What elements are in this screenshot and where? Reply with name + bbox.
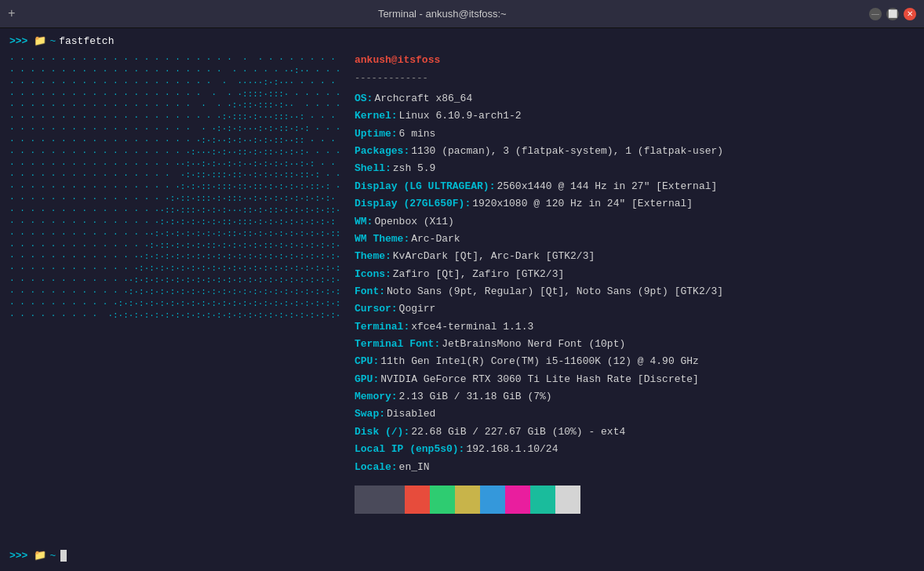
info-row: Memory: 2.13 GiB / 31.18 GiB (7%): [355, 388, 915, 406]
info-row: Local IP (enp5s0): 192.168.1.10/24: [355, 441, 915, 458]
info-label: Local IP (enp5s0):: [355, 441, 464, 458]
info-value: Zafiro [Qt], Zafiro [GTK2/3]: [393, 266, 564, 283]
ascii-art: · · · · · · · · · · · · · · · · · · · · …: [9, 52, 339, 544]
color-swatch-2: [405, 486, 430, 514]
info-value: Arc-Dark: [411, 231, 460, 248]
color-swatch-8: [555, 486, 580, 514]
prompt-arrow: >>>: [9, 35, 27, 47]
info-row: Terminal: xfce4-terminal 1.1.3: [355, 318, 915, 336]
prompt-tilde: ~: [49, 35, 56, 47]
at-symbol: @: [391, 54, 398, 66]
username-line: ankush@itsfoss: [355, 52, 915, 69]
info-value: 11th Gen Intel(R) Core(TM) i5-11600K (12…: [380, 353, 699, 370]
info-value: KvArcDark [Qt], Arc-Dark [GTK2/3]: [393, 248, 595, 265]
color-swatch-0: [355, 486, 380, 514]
info-label: Display (LG ULTRAGEAR):: [355, 178, 495, 195]
window-title: Terminal - ankush@itsfoss:~: [16, 8, 869, 20]
main-content: · · · · · · · · · · · · · · · · · · · · …: [0, 52, 924, 544]
info-label: Terminal:: [355, 318, 409, 336]
username: ankush: [355, 54, 391, 66]
info-value: 6 mins: [399, 125, 436, 143]
info-value: Archcraft x86_64: [374, 90, 472, 107]
info-value: en_IN: [399, 459, 430, 476]
bottom-folder-icon: 📁: [34, 549, 46, 562]
info-row: Swap: Disabled: [355, 406, 915, 423]
info-row: CPU: 11th Gen Intel(R) Core(TM) i5-11600…: [355, 353, 915, 370]
info-rows: OS: Archcraft x86_64Kernel: Linux 6.10.9…: [355, 90, 915, 476]
info-value: Qogirr: [399, 300, 436, 318]
info-row: Packages: 1130 (pacman), 3 (flatpak-syst…: [355, 143, 915, 160]
info-label: Uptime:: [355, 125, 398, 143]
color-swatch-5: [480, 486, 505, 514]
color-swatch-6: [505, 486, 530, 514]
info-row: Disk (/): 22.68 GiB / 227.67 GiB (10%) -…: [355, 424, 915, 441]
info-value: 192.168.1.10/24: [466, 441, 558, 458]
bottom-prompt-tilde: ~: [49, 550, 56, 562]
info-value: 2.13 GiB / 31.18 GiB (7%): [399, 388, 552, 406]
info-label: Terminal Font:: [355, 336, 440, 353]
info-label: Shell:: [355, 160, 391, 177]
info-value: 1920x1080 @ 120 Hz in 24" [External]: [472, 195, 693, 213]
top-prompt-line: >>> 📁 ~ fastfetch: [0, 35, 924, 47]
maximize-button[interactable]: ⬜: [886, 8, 899, 20]
info-label: Packages:: [355, 143, 409, 160]
info-value: JetBrainsMono Nerd Font (10pt): [442, 336, 625, 353]
color-swatch-1: [380, 486, 405, 514]
bottom-prompt-arrow: >>>: [9, 550, 27, 562]
hostname: itsfoss: [398, 54, 441, 66]
info-value: zsh 5.9: [393, 160, 436, 177]
cursor: [60, 550, 67, 562]
close-button[interactable]: ✕: [904, 8, 916, 20]
info-row: Kernel: Linux 6.10.9-arch1-2: [355, 107, 915, 125]
info-value: 22.68 GiB / 227.67 GiB (10%) - ext4: [411, 424, 625, 441]
info-label: Display (27GL650F):: [355, 195, 471, 213]
info-label: Theme:: [355, 248, 391, 265]
add-tab-button[interactable]: +: [8, 7, 16, 21]
bottom-prompt-line: >>> 📁 ~: [0, 544, 924, 565]
sysinfo: ankush@itsfoss ------------- OS: Archcra…: [339, 52, 915, 544]
folder-icon: 📁: [34, 35, 46, 47]
terminal-body: >>> 📁 ~ fastfetch · · · · · · · · · · · …: [0, 28, 924, 571]
color-swatch-7: [530, 486, 555, 514]
info-row: WM: Openbox (X11): [355, 213, 915, 231]
info-row: Font: Noto Sans (9pt, Regular) [Qt], Not…: [355, 283, 915, 300]
info-value: xfce4-terminal 1.1.3: [411, 318, 533, 336]
info-label: Locale:: [355, 459, 398, 476]
info-value: NVIDIA GeForce RTX 3060 Ti Lite Hash Rat…: [380, 371, 699, 388]
info-label: Disk (/):: [355, 424, 409, 441]
info-label: GPU:: [355, 371, 379, 388]
info-row: Cursor: Qogirr: [355, 300, 915, 318]
info-label: Kernel:: [355, 107, 398, 125]
info-value: Openbox (X11): [374, 213, 453, 231]
color-swatch-4: [455, 486, 480, 514]
info-row: Display (LG ULTRAGEAR): 2560x1440 @ 144 …: [355, 178, 915, 195]
prompt-command: fastfetch: [59, 35, 114, 47]
color-swatch-3: [430, 486, 455, 514]
info-value: Disabled: [387, 406, 435, 423]
info-label: OS:: [355, 90, 373, 107]
window-controls: — ⬜ ✕: [869, 8, 916, 20]
titlebar: + Terminal - ankush@itsfoss:~ — ⬜ ✕: [0, 0, 924, 28]
titlebar-left: +: [8, 7, 16, 21]
info-label: Swap:: [355, 406, 385, 423]
info-value: 2560x1440 @ 144 Hz in 27" [External]: [497, 178, 717, 195]
info-label: WM:: [355, 213, 373, 231]
info-value: 1130 (pacman), 3 (flatpak-system), 1 (fl…: [411, 143, 723, 160]
info-row: Icons: Zafiro [Qt], Zafiro [GTK2/3]: [355, 266, 915, 283]
info-label: Icons:: [355, 266, 391, 283]
info-label: Cursor:: [355, 300, 398, 318]
info-label: WM Theme:: [355, 231, 409, 248]
info-value: Linux 6.10.9-arch1-2: [399, 107, 522, 125]
separator: -------------: [355, 71, 915, 87]
minimize-button[interactable]: —: [869, 8, 882, 20]
info-row: Terminal Font: JetBrainsMono Nerd Font (…: [355, 336, 915, 353]
info-row: Theme: KvArcDark [Qt], Arc-Dark [GTK2/3]: [355, 248, 915, 265]
info-row: GPU: NVIDIA GeForce RTX 3060 Ti Lite Has…: [355, 371, 915, 388]
info-row: Uptime: 6 mins: [355, 125, 915, 143]
color-swatches: [355, 486, 915, 514]
info-row: Shell: zsh 5.9: [355, 160, 915, 177]
info-value: Noto Sans (9pt, Regular) [Qt], Noto Sans…: [387, 283, 723, 300]
info-row: Locale: en_IN: [355, 459, 915, 476]
info-label: CPU:: [355, 353, 379, 370]
info-label: Font:: [355, 283, 385, 300]
